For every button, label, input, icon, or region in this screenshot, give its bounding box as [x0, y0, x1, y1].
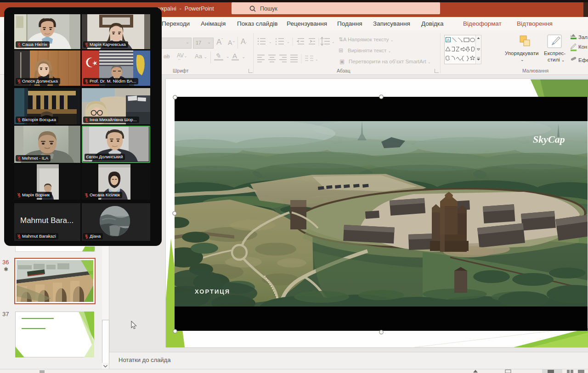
svg-text:⌄: ⌄ [269, 40, 272, 44]
svg-text:⌄: ⌄ [332, 40, 335, 44]
svg-text:A: A [447, 38, 450, 42]
svg-text:SkyCap: SkyCap [533, 134, 565, 145]
svg-text:⌄: ⌄ [315, 57, 318, 61]
svg-text:⌄: ⌄ [287, 40, 290, 44]
